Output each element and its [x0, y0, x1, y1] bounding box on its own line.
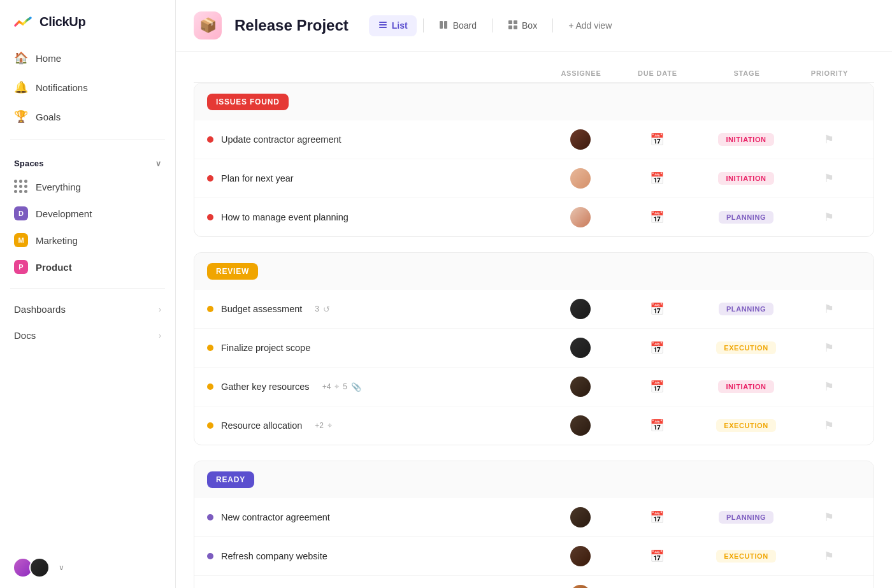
calendar-icon: 📅	[650, 302, 664, 316]
group-header-ready: READY	[194, 461, 874, 498]
sidebar-item-dashboards[interactable]: Dashboards ›	[5, 296, 170, 322]
task-row[interactable]: Budget assessment 3 ↺ 📅 PLANNING ⚑	[194, 290, 874, 329]
assignee-cell	[542, 338, 619, 358]
date-cell[interactable]: 📅	[619, 341, 695, 355]
date-cell[interactable]: 📅	[619, 133, 695, 147]
main-nav: 🏠 Home 🔔 Notifications 🏆 Goals	[0, 43, 175, 131]
stage-badge: PLANNING	[719, 303, 773, 315]
avatar	[570, 299, 591, 319]
assignee-cell	[542, 376, 619, 397]
sidebar: ClickUp 🏠 Home 🔔 Notifications 🏆 Goals S…	[0, 0, 176, 588]
everything-label: Everything	[36, 182, 81, 192]
divider-2	[10, 288, 165, 289]
assignee-cell	[542, 168, 619, 189]
task-name-plan-next-year: Plan for next year	[207, 173, 542, 183]
docs-label: Docs	[14, 330, 36, 341]
date-cell[interactable]: 📅	[619, 302, 695, 316]
add-view-button[interactable]: + Add view	[559, 16, 621, 35]
divider-1	[10, 139, 165, 140]
stage-cell: PLANNING	[695, 303, 797, 315]
task-text: How to manage event planning	[221, 212, 349, 222]
assignee-cell	[542, 129, 619, 150]
task-row[interactable]: Refresh company website 📅 EXECUTION ⚑	[194, 537, 874, 576]
svg-rect-7	[508, 25, 512, 29]
task-row[interactable]: Update key objectives 5 📎 📅 EXECUTION ⚑	[194, 576, 874, 588]
sidebar-footer: ∨	[0, 547, 175, 588]
task-group-review: REVIEW Budget assessment 3 ↺ 📅	[194, 252, 874, 445]
development-label: Development	[36, 208, 92, 219]
task-row[interactable]: New contractor agreement 📅 PLANNING ⚑	[194, 498, 874, 537]
task-text: Budget assessment	[221, 304, 302, 314]
stage-cell: PLANNING	[695, 211, 797, 224]
stage-cell: INITIATION	[695, 380, 797, 393]
stage-cell: INITIATION	[695, 133, 797, 146]
project-title: Release Project	[234, 17, 349, 34]
sidebar-item-development[interactable]: D Development	[5, 200, 170, 227]
meta-extra: +4	[322, 382, 331, 391]
group-header-issues-found: ISSUES FOUND	[194, 83, 874, 120]
sidebar-item-notifications[interactable]: 🔔 Notifications	[5, 73, 170, 102]
date-cell[interactable]: 📅	[619, 380, 695, 394]
task-dot-icon	[207, 345, 213, 351]
footer-chevron-icon[interactable]: ∨	[59, 563, 64, 572]
box-tab-label: Box	[522, 20, 537, 31]
calendar-icon: 📅	[650, 380, 664, 394]
date-cell[interactable]: 📅	[619, 510, 695, 524]
task-row[interactable]: Plan for next year 📅 INITIATION ⚑	[194, 159, 874, 198]
col-due-date: DUE DATE	[619, 69, 696, 77]
task-name-project-scope: Finalize project scope	[207, 343, 542, 353]
product-letter: P	[18, 263, 23, 271]
development-letter: D	[18, 210, 24, 217]
priority-cell: ⚑	[797, 171, 861, 185]
sidebar-item-docs[interactable]: Docs ›	[5, 322, 170, 348]
sidebar-item-home[interactable]: 🏠 Home	[5, 43, 170, 73]
spaces-label: Spaces	[14, 159, 44, 168]
flag-icon: ⚑	[824, 210, 834, 224]
date-cell[interactable]: 📅	[619, 210, 695, 224]
project-header: 📦 Release Project List Board	[176, 0, 892, 52]
sidebar-item-product[interactable]: P Product	[5, 254, 170, 280]
task-row[interactable]: Update contractor agreement 📅 INITIATION…	[194, 120, 874, 159]
calendar-icon: 📅	[650, 133, 664, 147]
task-row[interactable]: Finalize project scope 📅 EXECUTION ⚑	[194, 329, 874, 368]
trophy-icon: 🏆	[14, 110, 28, 124]
stage-cell: PLANNING	[695, 511, 797, 524]
date-cell[interactable]: 📅	[619, 419, 695, 433]
list-tab-icon	[378, 20, 388, 32]
bottom-nav: Dashboards › Docs ›	[0, 296, 175, 348]
task-dot-icon	[207, 214, 213, 220]
assignee-cell	[542, 585, 619, 588]
avatar	[570, 338, 591, 358]
task-row[interactable]: How to manage event planning 📅 PLANNING …	[194, 198, 874, 236]
task-name-refresh-website: Refresh company website	[207, 551, 542, 561]
avatar	[570, 507, 591, 527]
tab-list[interactable]: List	[369, 15, 417, 36]
date-cell[interactable]: 📅	[619, 549, 695, 563]
tab-box[interactable]: Box	[499, 15, 546, 36]
sidebar-item-goals[interactable]: 🏆 Goals	[5, 102, 170, 131]
avatar	[570, 415, 591, 436]
date-cell[interactable]: 📅	[619, 171, 695, 185]
col-stage: STAGE	[696, 69, 798, 77]
app-name: ClickUp	[40, 15, 85, 29]
project-icon: 📦	[194, 11, 222, 39]
task-row[interactable]: Resource allocation +2 ⌖ 📅 EXECUTION ⚑	[194, 406, 874, 445]
task-row[interactable]: Gather key resources +4 ⌖ 5 📎 📅 INITIATI…	[194, 368, 874, 406]
svg-rect-5	[508, 20, 512, 24]
view-divider-2	[492, 18, 493, 32]
calendar-icon: 📅	[650, 171, 664, 185]
tab-board[interactable]: Board	[430, 15, 486, 36]
sidebar-item-marketing[interactable]: M Marketing	[5, 227, 170, 254]
sidebar-item-everything[interactable]: Everything	[5, 173, 170, 200]
user-avatars[interactable]	[13, 557, 50, 578]
view-tabs: List Board Box + Add view	[369, 15, 621, 36]
marketing-badge: M	[14, 233, 28, 247]
stage-badge: EXECUTION	[716, 341, 776, 354]
spaces-chevron-icon[interactable]: ∨	[155, 159, 161, 168]
attachment-icon: 📎	[351, 382, 361, 392]
meta-extra: +2	[315, 421, 324, 430]
task-name-gather-resources: Gather key resources +4 ⌖ 5 📎	[207, 382, 542, 392]
priority-cell: ⚑	[797, 510, 861, 524]
task-list-container: ASSIGNEE DUE DATE STAGE PRIORITY ISSUES …	[176, 52, 892, 588]
svg-rect-2	[379, 27, 387, 28]
